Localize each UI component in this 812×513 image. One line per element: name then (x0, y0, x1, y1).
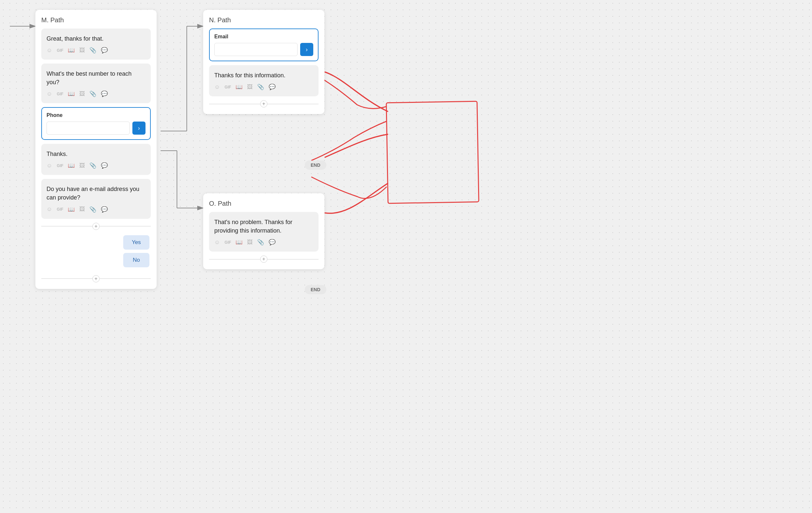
o-add-row: + (209, 255, 319, 263)
o-add-btn[interactable]: + (260, 255, 267, 263)
chat-icon[interactable]: 💬 (101, 47, 108, 54)
icon-row-4: ☺ GIF 📖 🖼 📎 💬 (47, 206, 145, 213)
email-input-row: › (214, 43, 313, 56)
n-book-icon[interactable]: 📖 (236, 84, 242, 90)
image-icon-2[interactable]: 🖼 (79, 91, 85, 97)
n-icon-row-1: ☺ GIF 📖 🖼 📎 💬 (214, 84, 313, 90)
msg-bubble-3: Thanks. ☺ GIF 📖 🖼 📎 💬 (41, 144, 151, 175)
o-msg-bubble-1: That's no problem. Thanks for providing … (209, 212, 319, 251)
phone-input-block: Phone › (41, 107, 151, 140)
n-path-label: N. Path (209, 17, 319, 24)
icon-row-2: ☺ GIF 📖 🖼 📎 💬 (47, 90, 145, 97)
msg-text-2: What's the best number to reach you? (47, 69, 145, 87)
o-msg-text-1: That's no problem. Thanks for providing … (214, 218, 313, 235)
n-attach-icon[interactable]: 📎 (257, 84, 264, 90)
email-text-input[interactable] (214, 43, 297, 56)
phone-input-row: › (47, 122, 145, 134)
n-add-btn[interactable]: + (260, 100, 267, 108)
msg-text-3: Thanks. (47, 150, 145, 158)
n-path-card: N. Path Email › Thanks for this informat… (203, 10, 324, 114)
o-path-label: O. Path (209, 200, 319, 207)
m-path-card: M. Path Great, thanks for that. ☺ GIF 📖 … (35, 10, 156, 289)
email-input-label: Email (214, 34, 313, 40)
gif-icon-2[interactable]: GIF (57, 92, 63, 96)
n-msg-bubble-1: Thanks for this information. ☺ GIF 📖 🖼 📎… (209, 65, 319, 96)
phone-text-input[interactable] (47, 122, 130, 134)
image-icon[interactable]: 🖼 (79, 47, 85, 54)
image-icon-4[interactable]: 🖼 (79, 206, 85, 213)
n-add-row: + (209, 100, 319, 108)
o-attach-icon[interactable]: 📎 (257, 239, 264, 246)
o-icon-row-1: ☺ GIF 📖 🖼 📎 💬 (214, 239, 313, 246)
book-icon-4[interactable]: 📖 (68, 206, 75, 213)
o-end-badge: END (305, 285, 326, 294)
m-add-btn[interactable]: + (92, 223, 99, 230)
m-add-btn-bottom[interactable]: + (92, 275, 99, 282)
no-choice-btn[interactable]: No (123, 253, 149, 267)
n-gif-icon[interactable]: GIF (225, 85, 231, 89)
n-msg-text-1: Thanks for this information. (214, 71, 313, 80)
gif-icon-4[interactable]: GIF (57, 207, 63, 212)
phone-submit-btn[interactable]: › (133, 122, 145, 134)
msg-bubble-4: Do you have an e-mail address you can pr… (41, 179, 151, 218)
email-submit-btn[interactable]: › (300, 43, 313, 56)
o-emoji-icon[interactable]: ☺ (214, 239, 220, 246)
gif-icon-3[interactable]: GIF (57, 163, 63, 168)
book-icon[interactable]: 📖 (68, 47, 75, 54)
emoji-icon[interactable]: ☺ (47, 47, 52, 54)
msg-text-1: Great, thanks for that. (47, 34, 145, 43)
o-path-card: O. Path That's no problem. Thanks for pr… (203, 193, 324, 269)
red-freehand-box (386, 101, 479, 204)
book-icon-2[interactable]: 📖 (68, 90, 75, 97)
msg-bubble-1: Great, thanks for that. ☺ GIF 📖 🖼 📎 💬 (41, 29, 151, 60)
chat-icon-2[interactable]: 💬 (101, 90, 108, 97)
n-end-badge: END (305, 160, 326, 170)
book-icon-3[interactable]: 📖 (68, 162, 75, 169)
attach-icon[interactable]: 📎 (89, 47, 96, 54)
phone-input-label: Phone (47, 112, 145, 118)
chat-icon-3[interactable]: 💬 (101, 162, 108, 169)
attach-icon-2[interactable]: 📎 (89, 90, 96, 97)
icon-row-3: ☺ GIF 📖 🖼 📎 💬 (47, 162, 145, 169)
emoji-icon-2[interactable]: ☺ (47, 91, 52, 97)
yes-choice-btn[interactable]: Yes (123, 235, 149, 250)
n-chat-icon[interactable]: 💬 (269, 84, 276, 90)
m-add-row-bottom: + (41, 275, 151, 282)
emoji-icon-4[interactable]: ☺ (47, 206, 52, 213)
emoji-icon-3[interactable]: ☺ (47, 162, 52, 169)
o-gif-icon[interactable]: GIF (225, 240, 231, 245)
o-book-icon[interactable]: 📖 (236, 239, 242, 246)
n-emoji-icon[interactable]: ☺ (214, 84, 220, 90)
o-chat-icon[interactable]: 💬 (269, 239, 276, 246)
m-add-row: + (41, 223, 151, 230)
image-icon-3[interactable]: 🖼 (79, 162, 85, 169)
attach-icon-4[interactable]: 📎 (89, 206, 96, 213)
icon-row-1: ☺ GIF 📖 🖼 📎 💬 (47, 47, 145, 54)
gif-icon[interactable]: GIF (57, 48, 63, 53)
attach-icon-3[interactable]: 📎 (89, 162, 96, 169)
email-input-block: Email › (209, 29, 319, 61)
msg-bubble-2: What's the best number to reach you? ☺ G… (41, 64, 151, 103)
o-image-icon[interactable]: 🖼 (247, 239, 253, 246)
chat-icon-4[interactable]: 💬 (101, 206, 108, 213)
msg-text-4: Do you have an e-mail address you can pr… (47, 185, 145, 202)
m-path-label: M. Path (41, 17, 151, 24)
n-image-icon[interactable]: 🖼 (247, 84, 253, 90)
